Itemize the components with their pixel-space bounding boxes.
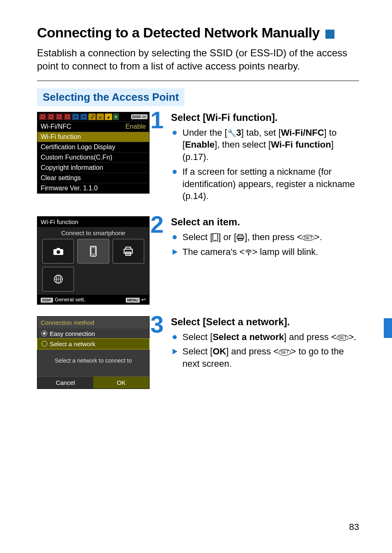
step-1: 1 Select [Wi-Fi function]. Under the [3]…	[168, 112, 359, 205]
menu-row-value: Enable	[125, 123, 146, 130]
page-title: Connecting to a Detected Network Manuall…	[37, 25, 320, 41]
menu-row-label: Wi-Fi function	[41, 133, 81, 141]
radio-option: Easy connection	[37, 329, 149, 339]
camera-menu-settings-screenshot: DISP. Wi-Fi/NFC Enable Wi-Fi function Ce…	[37, 112, 150, 194]
menu-row: Firmware Ver. 1.1.0	[37, 183, 149, 193]
step-number: 3	[150, 310, 164, 338]
step-title: Select an item.	[171, 216, 359, 228]
wifi-lamp-icon	[245, 249, 252, 256]
smartphone-icon	[77, 239, 109, 264]
return-icon: ↩	[141, 296, 146, 303]
step-bullet: If a screen for setting a nickname (for …	[171, 166, 359, 202]
screen-title: Wi-Fi function	[37, 217, 149, 227]
svg-rect-16	[91, 248, 95, 254]
printer-icon	[113, 239, 144, 264]
svg-point-21	[215, 240, 216, 241]
cancel-button: Cancel	[37, 377, 93, 389]
menu-tab-wrench-active-icon	[105, 113, 112, 120]
step-title: Select [Wi-Fi function].	[171, 112, 359, 123]
svg-point-5	[58, 116, 60, 118]
menu-tab-icon	[47, 113, 55, 120]
set-button-icon: SET	[279, 349, 291, 355]
menu-row: Clear settings	[37, 173, 149, 183]
step-bullet: Select [Select a network] and press <SET…	[171, 331, 359, 343]
title-marker-icon	[325, 30, 334, 39]
menu-tab-icon	[39, 113, 46, 120]
menu-tab-strip: DISP.	[37, 112, 149, 121]
step-arrow-bullet: Select [OK] and press <SET> to go to the…	[171, 345, 359, 370]
svg-point-17	[93, 255, 94, 256]
menu-row: Wi-Fi/NFC Enable	[37, 121, 149, 132]
menu-tab-star-icon	[113, 113, 119, 120]
set-button-icon: SET	[302, 235, 314, 241]
step-arrow-bullet: The camera's <> lamp will blink.	[171, 246, 359, 258]
svg-point-22	[248, 252, 249, 254]
svg-marker-12	[114, 115, 118, 118]
step-title: Select [Select a network].	[171, 316, 359, 328]
svg-point-7	[67, 116, 69, 118]
disp-badge: DISP.	[131, 114, 148, 119]
section-subheading: Selecting the Access Point	[37, 88, 184, 106]
step-bullet: Select [] or [], then press <SET>.	[171, 231, 359, 243]
set-button-icon: SET	[337, 335, 348, 341]
menu-tab-icon	[72, 113, 79, 120]
menu-tab-wrench-icon	[97, 113, 104, 120]
ok-button: OK	[93, 377, 149, 389]
globe-icon	[42, 267, 74, 292]
camera-transfer-icon	[42, 239, 74, 264]
step-2: 2 Select an item. Select [] or [], then …	[168, 216, 359, 260]
svg-rect-11	[83, 116, 85, 118]
page-number: 83	[349, 522, 359, 532]
step-number: 2	[150, 211, 164, 238]
menu-row: Certification Logo Display	[37, 142, 149, 152]
svg-point-14	[56, 250, 60, 254]
camera-connection-method-screenshot: Connection method Easy connection Select…	[37, 316, 150, 389]
camera-wifi-function-screenshot: Wi-Fi function Connect to smartphone D	[37, 216, 150, 305]
intro-text: Establish a connection by selecting the …	[37, 46, 359, 73]
radio-option-highlighted: Select a network	[37, 339, 149, 349]
svg-point-1	[42, 116, 44, 118]
menu-tab-icon	[80, 113, 88, 120]
menu-tab-icon	[64, 113, 71, 120]
step-number: 1	[150, 106, 164, 134]
smartphone-icon	[212, 233, 218, 241]
menu-tab-wrench-icon	[88, 113, 96, 120]
menu-row: Custom Functions(C.Fn)	[37, 152, 149, 162]
radio-unselected-icon	[42, 341, 47, 347]
printer-icon	[236, 234, 244, 241]
menu-tab-icon	[55, 113, 63, 120]
divider	[37, 81, 359, 81]
screen-subtitle: Connect to smartphone	[37, 227, 149, 239]
section-side-tab	[384, 318, 392, 338]
screen-title: Connection method	[37, 317, 149, 329]
step-3: 3 Select [Select a network]. Select [Sel…	[168, 316, 359, 373]
svg-rect-9	[74, 116, 77, 118]
foot-left: DISP.General sett.	[41, 296, 85, 303]
svg-point-3	[50, 116, 52, 118]
step-bullet: Under the [3] tab, set [Wi-Fi/NFC] to [E…	[171, 127, 359, 163]
screen-message: Select a network to connect to	[37, 349, 149, 376]
radio-selected-icon	[42, 331, 47, 336]
menu-row-highlighted: Wi-Fi function	[37, 132, 149, 142]
foot-right: MENU↩	[126, 296, 146, 303]
menu-row: Copyright information	[37, 162, 149, 173]
svg-rect-13	[142, 116, 146, 118]
wrench-icon	[227, 127, 236, 138]
menu-row-label: Wi-Fi/NFC	[41, 123, 71, 130]
